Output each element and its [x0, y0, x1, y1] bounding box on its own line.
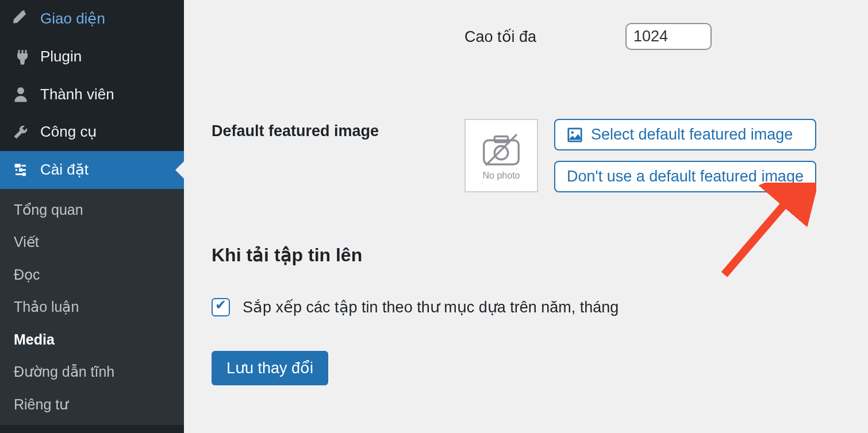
no-photo-icon — [477, 130, 525, 169]
dont-use-default-featured-button[interactable]: Don't use a default featured image — [554, 161, 816, 192]
upload-section-title: Khi tải tập tin lên — [212, 244, 840, 266]
sidebar-item-label: Cài đặt — [40, 160, 172, 180]
annotation-arrow — [713, 183, 816, 286]
submenu-item-writing[interactable]: Viết — [0, 226, 184, 258]
sidebar-item-label: Thành viên — [40, 85, 172, 105]
featured-image-thumbnail: No photo — [464, 119, 538, 192]
svg-rect-2 — [22, 173, 26, 176]
sidebar-item-tools[interactable]: Công cụ — [0, 113, 184, 151]
appearance-icon — [11, 10, 30, 28]
dont-use-default-featured-label: Don't use a default featured image — [567, 168, 804, 185]
svg-point-5 — [494, 146, 508, 160]
svg-rect-4 — [494, 136, 508, 142]
no-photo-label: No photo — [483, 171, 520, 181]
submenu-item-general[interactable]: Tổng quan — [0, 194, 184, 226]
sidebar-item-label: Plugin — [40, 47, 172, 67]
settings-content: Cao tối đa Default featured image No pho… — [184, 0, 868, 433]
organize-by-date-checkbox[interactable] — [212, 298, 230, 316]
submenu-item-privacy[interactable]: Riêng tư — [0, 388, 184, 421]
organize-by-date-label: Sắp xếp các tập tin theo thư mục dựa trê… — [243, 298, 619, 316]
save-changes-button[interactable]: Lưu thay đổi — [212, 351, 328, 385]
select-default-featured-label: Select default featured image — [591, 126, 793, 144]
sidebar-item-appearance[interactable]: Giao diện — [0, 0, 184, 38]
tools-icon — [11, 123, 30, 141]
max-height-input[interactable] — [625, 23, 712, 50]
users-icon — [11, 85, 30, 103]
sidebar-item-users[interactable]: Thành viên — [0, 76, 184, 114]
submenu-item-reading[interactable]: Đọc — [0, 258, 184, 291]
settings-submenu: Tổng quan Viết Đọc Thảo luận Media Đường… — [0, 189, 184, 426]
submenu-item-permalinks[interactable]: Đường dẫn tĩnh — [0, 355, 184, 388]
settings-icon — [11, 161, 30, 179]
svg-point-8 — [571, 131, 574, 133]
plugin-icon — [11, 48, 30, 66]
max-height-label: Cao tối đa — [464, 28, 625, 46]
svg-line-6 — [486, 134, 517, 165]
featured-image-label: Default featured image — [212, 119, 464, 140]
admin-sidebar: Giao diện Plugin Thành viên Công cụ Cài … — [0, 0, 184, 433]
sidebar-item-label: Công cụ — [40, 122, 172, 142]
submenu-item-discussion[interactable]: Thảo luận — [0, 291, 184, 323]
svg-rect-0 — [16, 164, 19, 168]
sidebar-item-label: Giao diện — [40, 9, 172, 29]
svg-rect-1 — [19, 168, 22, 172]
sidebar-item-plugins[interactable]: Plugin — [0, 38, 184, 76]
select-default-featured-button[interactable]: Select default featured image — [554, 119, 816, 150]
submenu-item-media[interactable]: Media — [0, 323, 184, 356]
sidebar-item-settings[interactable]: Cài đặt — [0, 151, 184, 189]
